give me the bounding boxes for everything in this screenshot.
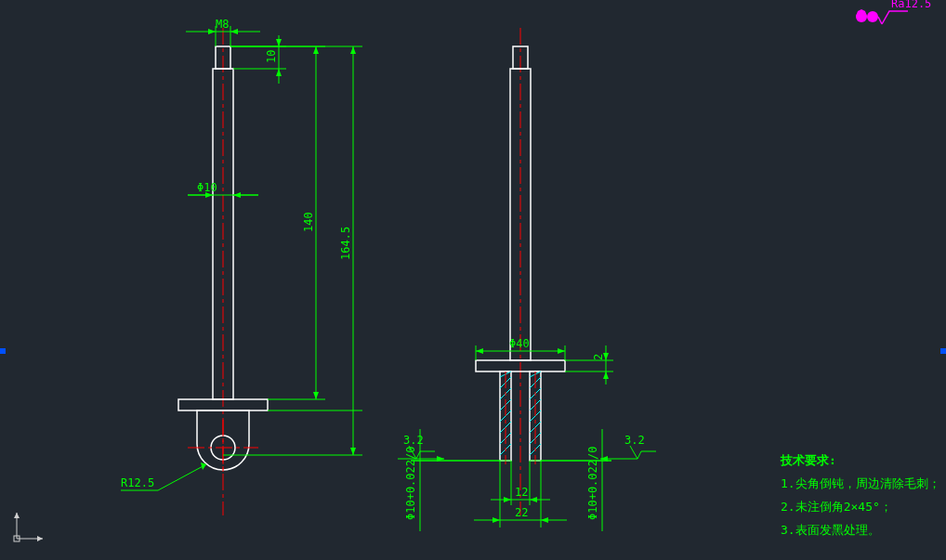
dim-pin-right-label: Φ10+0.022/0 xyxy=(586,447,599,520)
notes-line2: 2.未注倒角2×45°； xyxy=(781,500,892,514)
dim-164-5-label: 164.5 xyxy=(339,227,352,260)
dim-22-label: 22 xyxy=(515,506,528,519)
grip-marker xyxy=(940,348,946,354)
cad-canvas[interactable]: Ra12.5 M8 xyxy=(0,0,946,560)
svg-text:3.2: 3.2 xyxy=(403,434,424,447)
dim-12-label: 12 xyxy=(515,486,528,499)
notes-line3: 3.表面发黑处理。 xyxy=(781,523,880,537)
svg-point-6 xyxy=(867,11,878,22)
dim-m8-label: M8 xyxy=(216,18,229,31)
notes-line1: 1.尖角倒钝，周边清除毛刺； xyxy=(781,476,940,490)
surface-finish-value: Ra12.5 xyxy=(891,0,931,10)
svg-text:3.2: 3.2 xyxy=(624,434,645,447)
dim-10-label: 10 xyxy=(265,50,278,63)
dim-phi40-label: Φ40 xyxy=(509,337,530,350)
dim-140-label: 140 xyxy=(302,212,315,232)
grip-marker xyxy=(0,348,6,354)
notes-title: 技术要求: xyxy=(780,453,836,467)
dim-2-label: 2 xyxy=(592,354,605,360)
dim-phi10-label: Φ10 xyxy=(197,181,217,194)
dim-r12-5-label: R12.5 xyxy=(121,476,154,489)
